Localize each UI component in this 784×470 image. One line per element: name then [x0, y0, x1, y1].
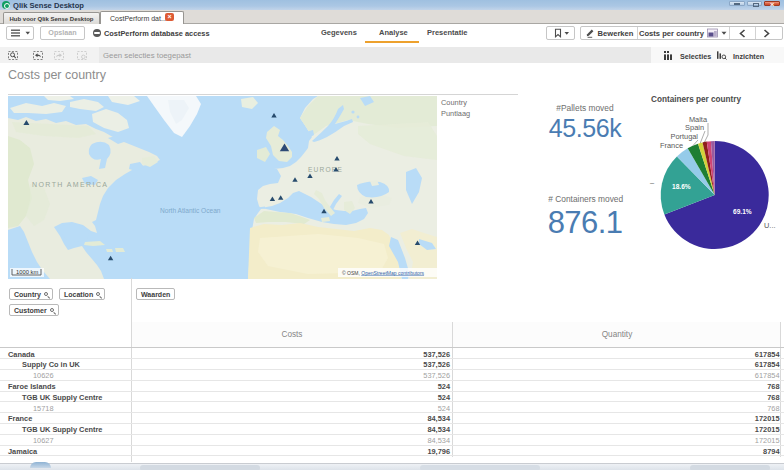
svg-text:© OSM, OpenStreetMap contribut: © OSM, OpenStreetMap contributors [342, 270, 425, 276]
svg-text:NORTH AMERICA: NORTH AMERICA [32, 181, 108, 188]
svg-text:1000 km: 1000 km [16, 269, 38, 275]
svg-text:EUROPE: EUROPE [308, 166, 343, 173]
svg-text:North Atlantic Ocean: North Atlantic Ocean [160, 207, 221, 214]
